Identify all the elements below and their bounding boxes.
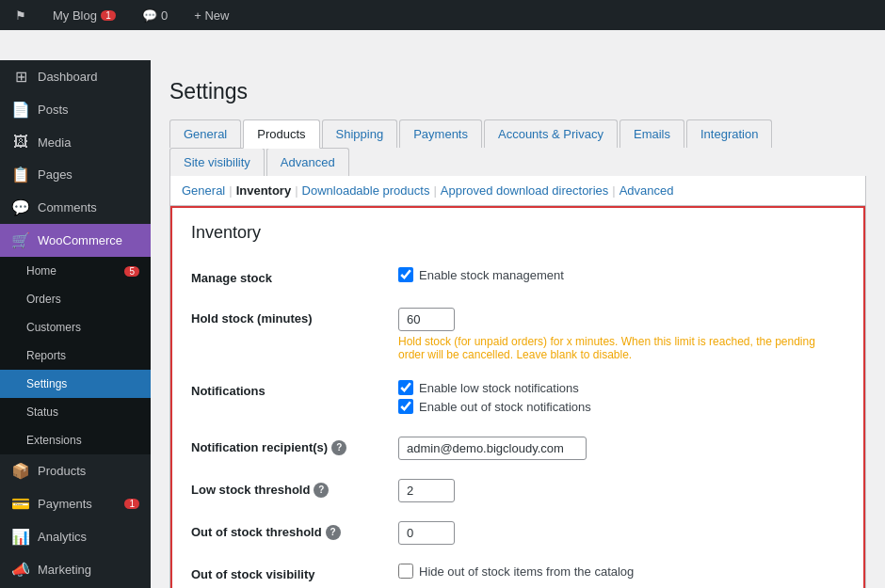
sidebar-item-woo-settings[interactable]: Settings — [0, 370, 151, 398]
manage-stock-checkbox[interactable] — [398, 267, 413, 282]
tab-site-visibility[interactable]: Site visibility — [169, 148, 265, 176]
sidebar-item-posts[interactable]: 📄 Posts — [0, 93, 151, 126]
sidebar-item-label: Comments — [38, 200, 97, 215]
out-of-stock-field: Enable out of stock notifications — [398, 399, 845, 414]
sidebar-item-woo-extensions[interactable]: Extensions — [0, 426, 151, 454]
sidebar-item-label: WooCommerce — [38, 233, 122, 247]
subtab-downloadable[interactable]: Downloadable products — [302, 183, 430, 198]
sidebar-item-analytics[interactable]: 📊 Analytics — [0, 520, 151, 553]
tab-shipping[interactable]: Shipping — [322, 119, 398, 148]
sidebar-item-pages[interactable]: 📋 Pages — [0, 158, 151, 191]
comment-icon: 💬 — [142, 8, 157, 23]
admin-bar: ⚑ My Blog 1 💬 0 + New — [0, 0, 885, 30]
subtab-inventory[interactable]: Inventory — [236, 183, 292, 198]
main-content: Settings General Products Shipping Payme… — [151, 60, 885, 588]
out-of-stock-threshold-label: Out of stock threshold — [191, 521, 322, 543]
sidebar-item-label: Status — [26, 405, 58, 419]
subtabs: General | Inventory | Downloadable produ… — [169, 176, 866, 206]
tab-payments[interactable]: Payments — [399, 119, 482, 148]
settings-box-inner: Inventory Manage stock Enable stock mana… — [170, 206, 865, 588]
sidebar-item-label: Settings — [26, 377, 67, 390]
sidebar-item-woocommerce[interactable]: 🛒 WooCommerce — [0, 224, 151, 257]
sidebar-item-marketing[interactable]: 📣 Marketing — [0, 553, 151, 586]
out-of-stock-notifications-checkbox[interactable] — [398, 399, 413, 414]
payments-icon: 💳 — [11, 495, 30, 513]
settings-box: Inventory Manage stock Enable stock mana… — [169, 206, 866, 588]
sidebar-item-label: Payments — [38, 497, 92, 511]
sidebar-item-label: Orders — [26, 293, 61, 306]
sidebar-item-label: Pages — [38, 167, 72, 182]
posts-icon: 📄 — [11, 101, 30, 119]
out-of-stock-visibility-field: Hide out of stock items from the catalog — [398, 564, 845, 579]
notification-recipient-input[interactable] — [398, 437, 587, 460]
sidebar-item-woo-home[interactable]: Home 5 — [0, 257, 151, 285]
low-stock-checkbox-label: Enable low stock notifications — [419, 381, 579, 395]
low-stock-checkbox[interactable] — [398, 380, 413, 395]
notification-recipient-help-icon[interactable]: ? — [331, 440, 346, 455]
sidebar-item-woo-reports[interactable]: Reports — [0, 342, 151, 370]
products-icon: 📦 — [11, 462, 30, 480]
out-of-stock-notifications-label: Enable out of stock notifications — [419, 400, 591, 414]
sidebar-item-woo-customers[interactable]: Customers — [0, 313, 151, 342]
media-icon: 🖼 — [11, 134, 30, 151]
tab-advanced[interactable]: Advanced — [266, 148, 349, 176]
payments-badge: 1 — [124, 499, 139, 509]
sidebar: ⊞ Dashboard 📄 Posts 🖼 Media 📋 Pages 💬 Co… — [0, 60, 151, 588]
subtab-approved[interactable]: Approved download directories — [441, 183, 609, 198]
sep4: | — [612, 183, 615, 198]
inventory-section-title: Inventory — [191, 223, 845, 243]
wp-logo-link[interactable]: ⚑ — [8, 0, 34, 30]
sidebar-item-label: Dashboard — [38, 70, 98, 84]
wp-logo-icon: ⚑ — [15, 8, 26, 23]
new-content-link[interactable]: + New — [186, 0, 236, 30]
sidebar-item-label: Posts — [38, 103, 69, 117]
subtab-advanced[interactable]: Advanced — [620, 183, 674, 198]
low-stock-threshold-input[interactable] — [398, 479, 455, 502]
sidebar-item-media[interactable]: 🖼 Media — [0, 126, 151, 158]
manage-stock-field: Enable stock management — [398, 267, 845, 282]
out-of-stock-visibility-label: Out of stock visibility — [191, 567, 314, 581]
sidebar-item-dashboard[interactable]: ⊞ Dashboard — [0, 60, 151, 93]
manage-stock-checkbox-label: Enable stock management — [419, 268, 564, 282]
analytics-icon: 📊 — [11, 528, 30, 546]
out-of-stock-visibility-checkbox[interactable] — [398, 564, 413, 579]
sep2: | — [295, 183, 298, 198]
tab-general[interactable]: General — [169, 119, 241, 148]
hold-stock-label: Hold stock (minutes) — [191, 311, 313, 326]
sidebar-item-payments[interactable]: 💳 Payments 1 — [0, 487, 151, 520]
low-stock-threshold-row: Low stock threshold ? — [191, 469, 845, 512]
sidebar-item-woo-status[interactable]: Status — [0, 398, 151, 426]
tab-emails[interactable]: Emails — [620, 119, 684, 148]
sidebar-item-label: Home — [26, 264, 56, 278]
comment-count: 0 — [161, 8, 168, 23]
sidebar-item-label: Products — [38, 464, 86, 478]
tab-products[interactable]: Products — [243, 119, 319, 149]
tab-integration[interactable]: Integration — [686, 119, 772, 148]
tab-accounts-privacy[interactable]: Accounts & Privacy — [484, 119, 618, 148]
out-of-stock-threshold-row: Out of stock threshold ? — [191, 512, 845, 554]
sidebar-item-label: Customers — [26, 321, 81, 334]
sidebar-item-comments[interactable]: 💬 Comments — [0, 191, 151, 224]
hold-stock-input[interactable]: 60 — [398, 308, 455, 331]
sidebar-item-label: Extensions — [26, 434, 82, 447]
sidebar-item-label: Reports — [26, 349, 66, 362]
hold-stock-row: Hold stock (minutes) 60 Hold stock (for … — [191, 298, 845, 371]
page-title: Settings — [169, 79, 866, 104]
subtab-general[interactable]: General — [182, 183, 225, 198]
comments-icon: 💬 — [11, 199, 30, 216]
low-stock-threshold-help-icon[interactable]: ? — [314, 483, 329, 498]
out-of-stock-threshold-input[interactable] — [398, 521, 455, 545]
hold-stock-description: Hold stock (for unpaid orders) for x min… — [398, 335, 845, 361]
pages-icon: 📋 — [11, 166, 30, 183]
sidebar-item-woo-orders[interactable]: Orders — [0, 285, 151, 313]
out-of-stock-threshold-help-icon[interactable]: ? — [326, 525, 341, 540]
notifications-row: Notifications Enable low stock notificat… — [191, 371, 845, 427]
out-of-stock-visibility-checkbox-label: Hide out of stock items from the catalog — [419, 564, 634, 579]
woo-icon: 🛒 — [11, 231, 30, 249]
comment-link[interactable]: 💬 0 — [135, 0, 175, 30]
marketing-icon: 📣 — [11, 561, 30, 579]
out-of-stock-visibility-row: Out of stock visibility Hide out of stoc… — [191, 554, 845, 588]
sidebar-item-products[interactable]: 📦 Products — [0, 454, 151, 487]
site-name-link[interactable]: My Blog 1 — [45, 0, 123, 30]
sep1: | — [229, 183, 232, 198]
